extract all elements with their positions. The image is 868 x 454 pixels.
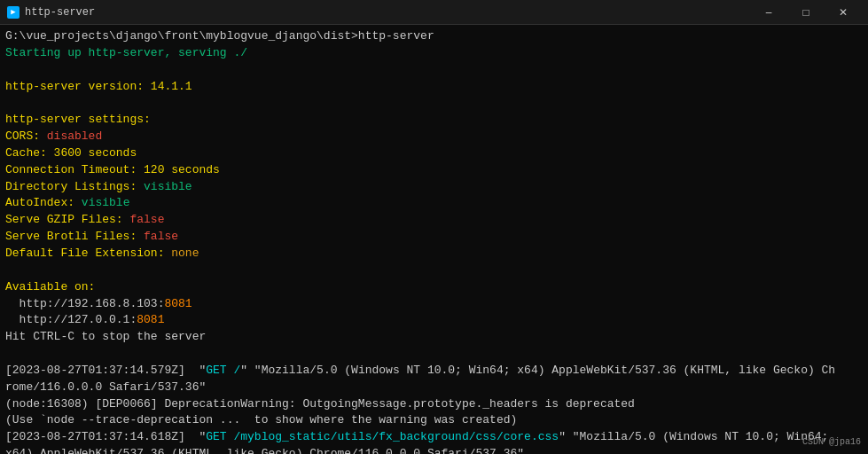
line-blank4: [5, 346, 863, 363]
line-settings-header: http-server settings:: [5, 112, 863, 129]
line-blank3: [5, 262, 863, 279]
line-hitctrl: Hit CTRL-C to stop the server: [5, 329, 863, 346]
line-cache: Cache: 3600 seconds: [5, 145, 863, 162]
line-blank1: [5, 62, 863, 79]
line-log1b: rome/116.0.0.0 Safari/537.36": [5, 380, 863, 396]
window: ▶ http-server – □ ✕ G:\vue_projects\djan…: [0, 0, 868, 454]
close-button[interactable]: ✕: [825, 0, 861, 25]
line-defaultext: Default File Extension: none: [5, 246, 863, 262]
line-log1: [2023-08-27T01:37:14.579Z] "GET /" "Mozi…: [5, 363, 863, 380]
watermark: CSDN @jpa16: [802, 436, 861, 450]
line-log3: [2023-08-27T01:37:14.618Z] "GET /myblog_…: [5, 429, 863, 446]
line-log3b: x64) AppleWebKit/537.36 (KHTML, like Gec…: [5, 446, 863, 454]
line-connection: Connection Timeout: 120 seconds: [5, 162, 863, 179]
minimize-button[interactable]: –: [751, 0, 786, 25]
line-addr1: http://192.168.8.103:8081: [5, 296, 863, 313]
terminal-body: G:\vue_projects\django\front\myblogvue_d…: [0, 25, 868, 454]
window-controls: – □ ✕: [751, 0, 861, 25]
line-version: http-server version: 14.1.1: [5, 79, 863, 96]
line-addr2: http://127.0.0.1:8081: [5, 312, 863, 329]
title-bar-left: ▶ http-server: [7, 6, 95, 19]
line-available: Available on:: [5, 279, 863, 296]
title-bar: ▶ http-server – □ ✕: [0, 0, 868, 25]
line-blank2: [5, 95, 863, 112]
line-brotli: Serve Brotli Files: false: [5, 229, 863, 246]
line-cors: CORS: disabled: [5, 129, 863, 145]
line-log2b: (Use `node --trace-deprecation ... to sh…: [5, 412, 863, 429]
line-gzip: Serve GZIP Files: false: [5, 212, 863, 229]
line-log2: (node:16308) [DEP0066] DeprecationWarnin…: [5, 396, 863, 413]
window-title: http-server: [25, 6, 95, 19]
line-starting: Starting up http-server, serving ./: [5, 45, 863, 62]
app-icon: ▶: [7, 6, 20, 19]
line-path: G:\vue_projects\django\front\myblogvue_d…: [5, 28, 863, 45]
line-autoindex: AutoIndex: visible: [5, 195, 863, 212]
line-directory: Directory Listings: visible: [5, 179, 863, 196]
maximize-button[interactable]: □: [788, 0, 824, 25]
